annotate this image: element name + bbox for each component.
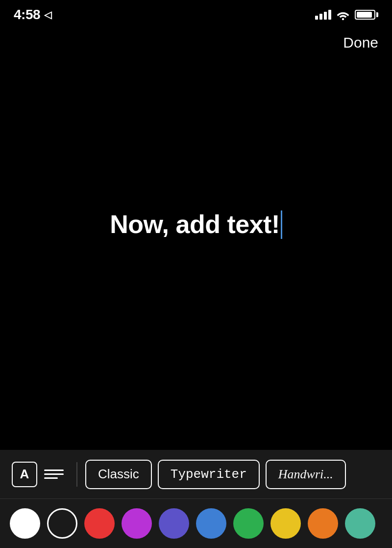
font-style-typewriter[interactable]: Typewriter (158, 460, 260, 489)
align-line-3 (44, 477, 58, 479)
color-swatch-teal[interactable] (345, 508, 375, 539)
text-cursor (281, 210, 282, 239)
color-swatch-white-outline[interactable] (47, 508, 77, 539)
color-swatch-blue[interactable] (196, 508, 226, 539)
main-canvas[interactable]: Now, add text! (0, 0, 392, 450)
font-size-label: A (20, 467, 29, 482)
font-size-icon: A (12, 462, 37, 487)
font-styles-scroll: Classic Typewriter Handwri... (85, 460, 382, 489)
color-swatch-green[interactable] (233, 508, 264, 539)
color-swatch-purple[interactable] (122, 508, 152, 539)
align-button[interactable] (39, 460, 69, 489)
align-line-1 (44, 470, 64, 471)
bottom-toolbar: A Classic Typewriter Handwri... (0, 450, 392, 548)
toolbar-divider (76, 462, 77, 487)
color-swatch-white[interactable] (10, 508, 40, 539)
color-swatch-indigo[interactable] (159, 508, 189, 539)
align-center-icon (44, 470, 64, 479)
align-line-2 (44, 473, 64, 475)
color-swatch-yellow[interactable] (270, 508, 301, 539)
color-swatch-orange[interactable] (308, 508, 338, 539)
font-size-button[interactable]: A (10, 460, 39, 489)
font-tools-row: A Classic Typewriter Handwri... (0, 450, 392, 499)
canvas-text: Now, add text! (110, 210, 279, 238)
font-style-handwriting[interactable]: Handwri... (266, 460, 346, 489)
font-style-classic[interactable]: Classic (85, 460, 152, 489)
text-display: Now, add text! (110, 209, 282, 240)
color-swatch-red[interactable] (84, 508, 115, 539)
colors-row (0, 499, 392, 548)
